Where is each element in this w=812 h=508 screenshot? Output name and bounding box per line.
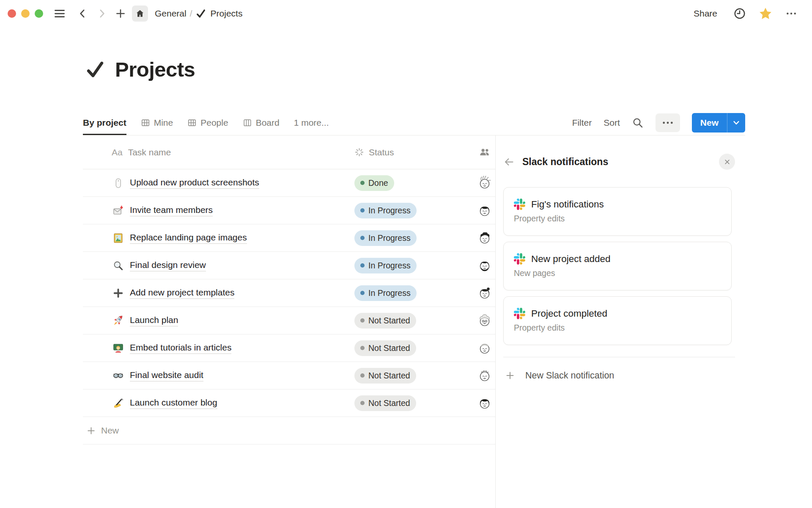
task-title-link[interactable]: Invite team members — [130, 205, 213, 216]
task-title-link[interactable]: Replace landing page images — [130, 232, 247, 244]
status-badge[interactable]: In Progress — [354, 203, 417, 218]
status-label: Not Started — [368, 371, 410, 381]
more-options-icon[interactable] — [785, 7, 798, 20]
check-page-icon-large[interactable] — [85, 60, 105, 79]
status-label: In Progress — [368, 233, 411, 243]
new-row-button[interactable]: New — [83, 417, 495, 444]
status-dot — [360, 208, 365, 213]
status-badge[interactable]: In Progress — [354, 258, 417, 273]
new-tab-icon[interactable] — [115, 8, 126, 19]
task-title-link[interactable]: Upload new product screenshots — [130, 177, 259, 189]
table-row[interactable]: Add new project templates In Progress — [83, 279, 495, 307]
status-badge[interactable]: In Progress — [354, 230, 417, 246]
table-row[interactable]: Replace landing page images In Progress — [83, 224, 495, 252]
assignee-avatar[interactable] — [477, 313, 492, 328]
column-header-status[interactable]: Status — [354, 147, 474, 157]
status-badge[interactable]: Not Started — [354, 368, 416, 384]
nav-back-icon[interactable] — [77, 8, 88, 19]
new-slack-notification-button[interactable]: New Slack notification — [503, 363, 735, 388]
card-subtitle: New pages — [514, 268, 721, 278]
assignee-avatar[interactable] — [477, 395, 492, 411]
table-row[interactable]: Launch customer blog Not Started — [83, 389, 495, 417]
status-dot — [360, 346, 365, 350]
task-cell: Launch customer blog — [83, 398, 354, 409]
slack-card-project-completed[interactable]: Project completed Property edits — [503, 296, 732, 345]
assignee-avatar[interactable] — [477, 230, 492, 246]
window-zoom-button[interactable] — [35, 9, 43, 18]
assignee-cell — [474, 258, 495, 273]
status-badge[interactable]: Not Started — [354, 313, 416, 329]
new-entry-button[interactable]: New — [692, 113, 745, 133]
new-button-dropdown[interactable] — [727, 113, 745, 133]
view-more-button[interactable] — [656, 113, 680, 132]
assignee-avatar[interactable] — [477, 175, 492, 190]
column-header-assignee[interactable] — [474, 147, 495, 157]
column-header-task-name[interactable]: Aa Task name — [83, 147, 354, 157]
nav-forward-icon[interactable] — [96, 8, 107, 19]
tab-board[interactable]: Board — [243, 110, 280, 135]
status-dot — [360, 181, 365, 185]
view-toolbar: By project Mine People Board 1 more... F… — [83, 110, 745, 135]
status-dot — [360, 318, 365, 323]
magnifying-glass-icon — [112, 260, 124, 271]
card-subtitle: Property edits — [514, 214, 721, 224]
breadcrumb-root[interactable]: General — [153, 8, 188, 19]
window-minimize-button[interactable] — [21, 9, 30, 18]
task-cell: Invite team members — [83, 205, 354, 216]
slack-card-fig-s-notifications[interactable]: Fig's notifications Property edits — [503, 187, 732, 236]
tab-by-project[interactable]: By project — [83, 110, 126, 135]
clock-icon[interactable] — [733, 7, 746, 20]
breadcrumb-page[interactable]: Projects — [209, 8, 244, 19]
page-title[interactable]: Projects — [115, 58, 195, 81]
star-favorite-icon[interactable] — [759, 7, 772, 20]
table-row[interactable]: Launch plan Not Started — [83, 307, 495, 334]
card-subtitle: Property edits — [514, 323, 721, 333]
task-title-link[interactable]: Embed tutorials in articles — [130, 342, 231, 354]
share-button[interactable]: Share — [691, 7, 720, 20]
search-icon[interactable] — [632, 117, 644, 129]
status-badge[interactable]: Not Started — [354, 340, 416, 356]
task-title-link[interactable]: Add new project templates — [130, 287, 234, 299]
panel-close-button[interactable] — [719, 154, 735, 170]
table-row[interactable]: Final website audit Not Started — [83, 362, 495, 389]
new-row-label: New — [101, 425, 119, 436]
card-title-row: Fig's notifications — [514, 199, 721, 210]
status-badge[interactable]: Not Started — [354, 395, 416, 411]
status-label: Not Started — [368, 343, 410, 353]
table-row[interactable]: Invite team members In Progress — [83, 197, 495, 224]
back-arrow-icon[interactable] — [503, 156, 515, 168]
status-badge[interactable]: Done — [354, 175, 394, 191]
view-type-icon — [141, 118, 150, 127]
sidebar-menu-icon[interactable] — [53, 7, 66, 20]
task-title-link[interactable]: Final design review — [130, 260, 206, 271]
status-cell: Not Started — [354, 313, 474, 329]
status-cell: Done — [354, 175, 474, 191]
table-row[interactable]: Upload new product screenshots Done — [83, 169, 495, 197]
window-close-button[interactable] — [8, 9, 16, 18]
table-row[interactable]: Final design review In Progress — [83, 252, 495, 279]
task-title-link[interactable]: Launch plan — [130, 315, 178, 326]
assignee-avatar[interactable] — [477, 340, 492, 356]
tab-1-more[interactable]: 1 more... — [294, 110, 329, 135]
assignee-avatar[interactable] — [477, 203, 492, 218]
tab-mine[interactable]: Mine — [141, 110, 173, 135]
assignee-cell — [474, 285, 495, 301]
assignee-avatar[interactable] — [477, 285, 492, 301]
task-title-link[interactable]: Final website audit — [130, 370, 203, 381]
plus-icon — [112, 287, 124, 299]
filter-button[interactable]: Filter — [572, 118, 592, 128]
computer-mouse-icon — [112, 177, 124, 189]
home-icon[interactable] — [132, 6, 148, 22]
view-tab-label: Board — [256, 118, 280, 128]
status-badge[interactable]: In Progress — [354, 285, 417, 301]
sort-button[interactable]: Sort — [604, 118, 620, 128]
notification-cards: Fig's notifications Property edits New p… — [503, 187, 735, 345]
task-title-link[interactable]: Launch customer blog — [130, 398, 217, 409]
table-row[interactable]: Embed tutorials in articles Not Started — [83, 334, 495, 362]
assignee-avatar[interactable] — [477, 258, 492, 273]
assignee-avatar[interactable] — [477, 368, 492, 383]
tab-people[interactable]: People — [187, 110, 228, 135]
slack-card-new-project-added[interactable]: New project added New pages — [503, 242, 732, 290]
new-button-label[interactable]: New — [692, 113, 727, 133]
check-page-icon — [196, 8, 206, 19]
